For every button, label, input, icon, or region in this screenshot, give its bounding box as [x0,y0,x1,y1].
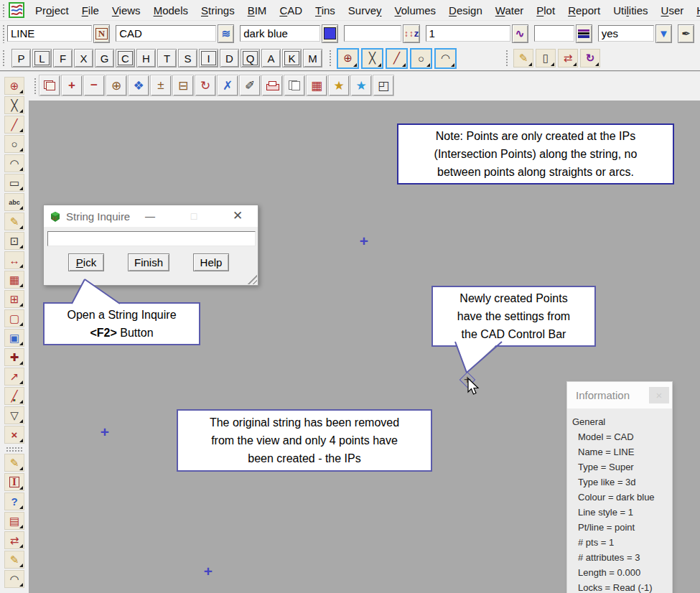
snap-key-q-button[interactable]: Q [241,49,260,67]
favourites-star-button[interactable]: ★ [328,75,350,96]
create-line-button[interactable]: ╱ [4,116,24,134]
snap-key-m-button[interactable]: M [303,49,322,67]
create-arc-button[interactable]: ◠ [4,154,24,172]
toolbar-grip[interactable] [1,49,6,67]
favourites-blue-star-button[interactable]: ★ [350,75,372,96]
minimize-button[interactable]: — [138,205,162,226]
edit-string-pencil2-button[interactable]: ✎ [4,551,24,569]
colour-segment-button[interactable]: ╱ [4,387,24,405]
create-circle-button[interactable]: ○ [4,135,24,153]
create-arc2-button[interactable]: ◠ [4,570,24,588]
tinable-dropdown-button[interactable]: ▼ [655,24,672,43]
finish-button[interactable]: Finish [128,253,169,271]
draw-pencil-button[interactable]: ✎ [4,213,24,230]
measure-direction-button[interactable]: ↔ [4,251,24,269]
create-symbol-button[interactable]: ⊡ [4,232,24,250]
create-polygon-button[interactable]: ▢ [4,309,24,327]
colour-input[interactable] [240,25,320,42]
view-layout-button[interactable]: ◰ [373,75,394,96]
edit-notes-button[interactable]: ▤ [4,512,24,530]
height-tool-button[interactable]: z [403,24,419,43]
string-inquire-tool-button[interactable]: ? [4,492,24,510]
line-weight-list-button[interactable] [576,24,592,43]
help-button[interactable]: Help [193,253,229,271]
delete-point-button[interactable]: × [4,426,24,444]
model-list-button[interactable]: ≋ [218,24,234,43]
menu-volumes[interactable]: Volumes [388,4,443,17]
dialog-title-bar[interactable]: 12 String Inquire — □ ✕ [44,205,258,227]
menu-plot[interactable]: Plot [530,4,561,17]
menu-tins[interactable]: Tins [309,4,342,17]
create-rectangle-button[interactable]: ▭ [4,174,24,192]
snap-key-i-button[interactable]: I [199,49,218,67]
menu-water[interactable]: Water [489,4,530,17]
pick-cad-settings-button[interactable]: ✒ [678,24,694,43]
point-snap-button[interactable]: ⊕ [337,48,359,69]
create-text-button[interactable]: abc [4,193,24,211]
toolbar-grip[interactable] [505,49,509,67]
snap-key-x-button[interactable]: X [74,49,93,67]
menu-project[interactable]: Project [29,4,75,17]
text-inquire-button[interactable]: I [4,473,24,491]
circle-snap-button[interactable]: ○ [410,48,432,69]
tinable-input[interactable] [598,25,654,42]
snap-key-f-button[interactable]: F [53,49,73,67]
menu-models[interactable]: Models [147,4,195,17]
snap-key-k-button[interactable]: K [282,49,302,67]
line-weight-input[interactable] [534,25,574,42]
move-point-button[interactable]: ↗ [4,368,24,386]
height-input[interactable] [344,25,401,42]
cursor-snap-button[interactable]: ╳ [361,48,383,69]
pick-button[interactable]: Pick [68,253,104,271]
shrink-view-button[interactable]: ⊟ [172,75,194,96]
snap-key-c-button[interactable]: C [116,49,135,67]
name-list-button[interactable]: N [93,24,110,43]
string-inquire-input[interactable] [47,231,256,246]
menu-help[interactable]: Help [690,4,700,17]
name-input[interactable] [7,25,92,42]
snap-key-h-button[interactable]: H [136,49,156,67]
close-icon[interactable]: × [649,387,669,403]
new-view-button[interactable] [39,75,60,96]
snap-key-p-button[interactable]: P [11,49,31,67]
menu-report[interactable]: Report [561,4,607,17]
snap-key-l-button[interactable]: L [32,49,52,67]
snap-key-d-button[interactable]: D [220,49,239,67]
menu-utilities[interactable]: Utilities [607,4,654,17]
menu-bim[interactable]: BIM [241,4,274,17]
cad-page-button[interactable]: ▯ [536,49,556,67]
insert-image-button[interactable]: ▣ [4,329,24,347]
menu-survey[interactable]: Survey [342,4,388,17]
zoom-previous-button[interactable]: ↻ [195,75,216,96]
toolbar-grip[interactable] [328,49,332,67]
line-style-input[interactable] [426,25,510,42]
line-style-list-button[interactable]: ∿ [512,24,528,43]
menu-strings[interactable]: Strings [195,4,241,17]
delete-view-strings-button[interactable]: ✗ [217,75,238,96]
redraw-button[interactable]: ✐ [239,75,261,96]
close-icon[interactable]: ✕ [225,205,250,226]
create-table-button[interactable]: ▦ [4,271,24,289]
section-swap-button[interactable]: ⇄ [4,531,24,549]
toolbar-grip[interactable] [33,77,37,94]
translate-move-button[interactable]: ✚ [4,348,24,366]
menu-cad[interactable]: CAD [273,4,309,17]
copy-view-button[interactable] [284,75,305,96]
zoom-dynamic-button[interactable]: ± [150,75,172,96]
line-snap-button[interactable]: ╱ [386,48,408,69]
snap-key-t-button[interactable]: T [157,49,177,67]
create-cross-button[interactable]: ╳ [4,96,24,114]
snap-key-a-button[interactable]: A [261,49,281,67]
menu-user[interactable]: User [655,4,691,17]
edit-string-pencil-button[interactable]: ✎ [4,454,24,472]
arc-snap-button[interactable]: ◠ [434,48,457,69]
sheet-grid-button[interactable]: ▦ [306,75,327,96]
toolbar-grip[interactable] [1,3,6,17]
plot-print-button[interactable] [261,75,283,96]
cad-draw-button[interactable]: ✎ [513,49,533,67]
zoom-out-button[interactable]: − [83,75,105,96]
add-view-box-button[interactable]: ⊞ [4,290,24,308]
resize-grip[interactable] [246,274,257,284]
toolbar-grip[interactable] [1,24,6,43]
zoom-in-button[interactable]: + [61,75,83,96]
